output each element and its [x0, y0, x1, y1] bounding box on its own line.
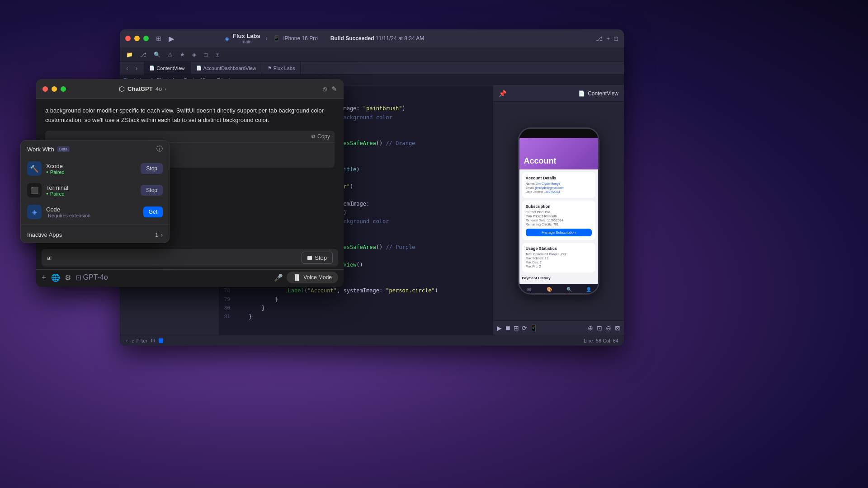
tab-accountdashboard[interactable]: 📄 AccountDashboardView — [191, 62, 262, 74]
add-icon[interactable]: + — [606, 35, 610, 42]
separator: › — [266, 35, 268, 42]
renewal-row: Renewal Date: 11/26/2024 — [526, 219, 592, 222]
toolbar-right-icons: ⎇ + ⊡ — [596, 35, 618, 42]
filter-input[interactable]: ⌕ Filter — [132, 338, 147, 343]
source-control-icon[interactable]: ⎇ — [137, 51, 149, 59]
tab-fluxlabs[interactable]: ⚑ Flux Labs — [262, 62, 301, 74]
inspector-bottom-bar: ▶ ⏹ ⊞ ⟳ 📱 ⊕ ⊡ ⊖ ⊠ — [493, 320, 624, 335]
chatgpt-toolbar: + 🌐 ⚙ ⊡ GPT-4o 🎤 ▐▌ Voice Mode — [42, 272, 338, 283]
vscode-get-button[interactable]: Get — [143, 206, 163, 217]
account-details-title: Account Details — [526, 176, 592, 180]
back-icon[interactable]: ‹ — [123, 64, 131, 73]
device-info: iPhone 16 Pro — [283, 35, 318, 42]
share-icon[interactable]: ⎋ — [323, 85, 327, 93]
folder-icon[interactable]: 📁 — [123, 51, 136, 59]
inspector-file-icon: 📄 — [578, 90, 585, 97]
info-icon[interactable]: ⓘ — [156, 145, 163, 153]
stop-control-icon[interactable]: ⏹ — [505, 324, 511, 332]
git-icon[interactable]: ⎇ — [596, 35, 603, 42]
chatgpt-minimize-button[interactable] — [52, 86, 57, 92]
chatgpt-message-text: a background color modifier specific to … — [45, 106, 335, 125]
credits-row: Remaining Credits: 781 — [526, 223, 592, 226]
terminal-stop-button[interactable]: Stop — [141, 185, 163, 196]
xcode-titlebar: ⊞ ▶ ◈ Flux Labs main › 📱 iPhone 16 Pro B… — [120, 29, 624, 47]
chatgpt-maximize-button[interactable] — [61, 86, 66, 92]
more-icon[interactable]: ⊞ — [212, 51, 222, 59]
playback-controls: ▶ ⏹ ⊞ ⟳ 📱 — [497, 324, 538, 332]
creations-tab-label: Creations — [543, 292, 555, 293]
asset-icon[interactable]: ◻ — [201, 51, 211, 59]
stop-button[interactable]: Stop — [302, 252, 333, 264]
breakpoint-icon[interactable]: ◈ — [189, 51, 199, 59]
phone-tab-all[interactable]: ⊞ All Tasks — [524, 287, 534, 293]
tab-icon-flux: ⚑ — [268, 66, 272, 70]
globe-icon[interactable]: 🌐 — [51, 273, 60, 282]
layout-icon[interactable]: ⊡ — [613, 35, 618, 42]
inspector-panel: 📌 📄 ContentView Account — [493, 85, 624, 335]
zoom-fit-icon[interactable]: ⊠ — [615, 324, 620, 332]
ww-separator — [21, 225, 169, 225]
name-row: Name: Jim Clyde Monge — [526, 182, 592, 185]
search-icon-bar[interactable]: 🔍 — [151, 51, 163, 59]
xcode-item-info: Xcode Paired — [46, 163, 136, 175]
xcode-app-name: Xcode — [46, 163, 136, 169]
phone-tab-creations[interactable]: 🎨 Creations — [543, 287, 555, 293]
model-selector[interactable]: ⊡ GPT-4o — [75, 273, 108, 282]
tab-contentview[interactable]: 📄 ContentView — [144, 62, 190, 74]
add-file-icon[interactable]: + — [125, 338, 128, 343]
phone-tab-discover[interactable]: 🔍 Discover — [564, 287, 575, 293]
inactive-count: 1 — [155, 232, 158, 238]
price-row: Plan Price: $10/month — [526, 215, 592, 218]
minimize-button[interactable] — [134, 36, 140, 41]
add-icon-chat[interactable]: + — [42, 273, 47, 282]
maximize-button[interactable] — [143, 36, 149, 41]
layout-toggle[interactable]: ⊡ — [151, 338, 155, 343]
tools-icon[interactable]: ⚙ — [65, 273, 71, 282]
run-button[interactable]: ▶ — [165, 33, 178, 45]
pin-icon[interactable]: 📌 — [499, 90, 506, 97]
code-line: 80 } — [219, 304, 493, 313]
zoom-reset-icon[interactable]: ⊡ — [597, 324, 602, 332]
mic-icon[interactable]: 🎤 — [274, 273, 283, 282]
project-info: Flux Labs main — [233, 33, 260, 44]
xcode-stop-button[interactable]: Stop — [141, 163, 163, 174]
bookmark-icon[interactable]: ★ — [177, 51, 188, 59]
all-tab-icon: ⊞ — [527, 287, 531, 292]
beta-badge: Beta — [57, 146, 70, 152]
voice-mode-button[interactable]: ▐▌ Voice Mode — [287, 272, 338, 283]
device-rotate-icon[interactable]: ⟳ — [522, 324, 527, 332]
warning-icon[interactable]: ⚠ — [165, 51, 175, 59]
stop-icon — [307, 256, 312, 260]
total-images-row: Total Generated Images: 272 — [526, 253, 592, 256]
voice-mode-label: Voice Mode — [303, 274, 332, 281]
manage-subscription-button[interactable]: Manage Subscription — [526, 229, 592, 236]
device-icon-sm[interactable]: 📱 — [530, 324, 538, 332]
account-tab-label: Account — [584, 292, 594, 293]
ww-title-group: Work With Beta — [27, 146, 70, 153]
play-control-icon[interactable]: ▶ — [497, 324, 502, 332]
model-selector-label: GPT-4o — [83, 273, 108, 282]
chatgpt-logo-icon: ⬡ — [119, 85, 125, 93]
line-num: 78 — [219, 286, 236, 295]
phone-notch — [519, 129, 598, 138]
chatgpt-close-button[interactable] — [42, 86, 48, 92]
sidebar-toggle-icon[interactable]: ⊞ — [156, 35, 161, 42]
chat-input[interactable] — [47, 254, 298, 261]
inspector-title: ContentView — [588, 90, 618, 97]
phone-tab-account[interactable]: 👤 Account — [584, 287, 594, 293]
phone-frame: Account Account Details Name: Jim Clyde … — [518, 127, 599, 295]
xcode-icon-symbol: 🔨 — [30, 164, 39, 173]
inspector-title-group: 📄 ContentView — [578, 90, 618, 97]
chatgpt-model-arrow[interactable]: › — [165, 86, 166, 92]
inactive-count-group[interactable]: 1 › — [155, 232, 163, 238]
grid-icon[interactable]: ⊞ — [514, 324, 519, 332]
plan-row: Current Plan: Pro — [526, 211, 592, 214]
edit-icon[interactable]: ✎ — [331, 85, 337, 93]
zoom-out-icon[interactable]: ⊖ — [606, 324, 611, 332]
close-button[interactable] — [125, 36, 131, 41]
zoom-in-icon[interactable]: ⊕ — [588, 324, 593, 332]
copy-label: Copy — [317, 133, 330, 140]
copy-button[interactable]: ⧉ Copy — [311, 133, 330, 140]
forward-icon[interactable]: › — [133, 64, 141, 73]
stop-label: Stop — [315, 254, 327, 261]
